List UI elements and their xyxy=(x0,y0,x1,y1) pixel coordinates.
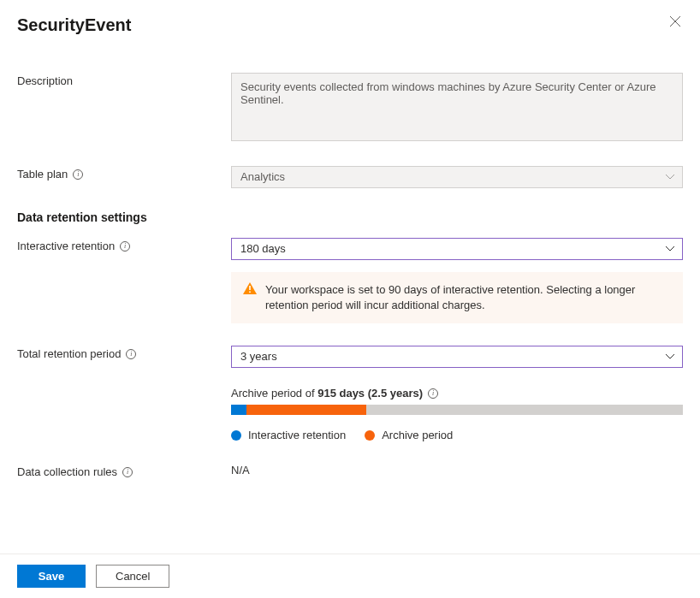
bar-archive-segment xyxy=(246,405,366,415)
archive-period-text: Archive period of 915 days (2.5 years) xyxy=(231,387,683,400)
info-icon[interactable] xyxy=(73,169,83,180)
archive-bold: 915 days (2.5 years) xyxy=(317,387,423,400)
info-icon[interactable] xyxy=(126,349,136,359)
total-retention-value: 3 years xyxy=(240,350,277,363)
row-description: Description xyxy=(17,73,683,144)
chevron-down-icon xyxy=(665,352,675,362)
table-plan-label: Table plan xyxy=(17,166,231,183)
description-label: Description xyxy=(17,73,231,90)
legend-dot-archive xyxy=(365,430,375,441)
warning-alert: Your workspace is set to 90 days of inte… xyxy=(231,272,683,323)
interactive-retention-control: 180 days Your workspace is set to 90 day… xyxy=(231,238,683,323)
legend-dot-interactive xyxy=(231,430,241,441)
description-textarea xyxy=(231,73,683,141)
section-title: Data retention settings xyxy=(17,210,683,224)
cancel-button[interactable]: Cancel xyxy=(96,565,169,588)
data-collection-value: N/A xyxy=(231,464,250,477)
total-retention-control: 3 years Archive period of 915 days (2.5 … xyxy=(231,346,683,441)
info-icon[interactable] xyxy=(428,388,438,399)
total-retention-label-text: Total retention period xyxy=(17,346,121,363)
data-collection-label: Data collection rules xyxy=(17,464,231,481)
info-icon[interactable] xyxy=(120,241,130,252)
chevron-down-icon xyxy=(665,172,675,182)
chevron-down-icon xyxy=(665,244,675,254)
table-plan-select: Analytics xyxy=(231,166,683,188)
retention-legend: Interactive retention Archive period xyxy=(231,429,683,441)
legend-archive: Archive period xyxy=(365,429,453,441)
interactive-retention-select[interactable]: 180 days xyxy=(231,238,683,260)
row-interactive-retention: Interactive retention 180 days Your work… xyxy=(17,238,683,323)
interactive-retention-value: 180 days xyxy=(240,242,286,255)
svg-rect-1 xyxy=(249,292,251,293)
archive-prefix: Archive period of xyxy=(231,387,317,400)
header: SecurityEvent xyxy=(17,15,683,35)
row-table-plan: Table plan Analytics xyxy=(17,166,683,188)
total-retention-label: Total retention period xyxy=(17,346,231,363)
save-button[interactable]: Save xyxy=(17,565,86,588)
legend-interactive: Interactive retention xyxy=(231,429,346,441)
table-plan-label-text: Table plan xyxy=(17,166,68,183)
bar-interactive-segment xyxy=(231,405,246,415)
interactive-retention-label-text: Interactive retention xyxy=(17,238,115,255)
retention-bar xyxy=(231,405,683,415)
legend-interactive-label: Interactive retention xyxy=(248,429,346,441)
footer: Save Cancel xyxy=(0,554,700,598)
row-total-retention: Total retention period 3 years Archive p… xyxy=(17,346,683,441)
svg-rect-0 xyxy=(249,286,251,290)
table-plan-control: Analytics xyxy=(231,166,683,188)
data-collection-value-area: N/A xyxy=(231,464,683,477)
info-icon[interactable] xyxy=(122,467,133,477)
warning-icon xyxy=(243,282,257,294)
interactive-retention-label: Interactive retention xyxy=(17,238,231,255)
page-title: SecurityEvent xyxy=(17,15,131,35)
description-label-text: Description xyxy=(17,73,73,90)
data-collection-label-text: Data collection rules xyxy=(17,464,117,481)
warning-text: Your workspace is set to 90 days of inte… xyxy=(265,282,671,313)
close-icon[interactable] xyxy=(669,15,683,29)
description-control xyxy=(231,73,683,144)
table-plan-value: Analytics xyxy=(240,170,285,183)
total-retention-select[interactable]: 3 years xyxy=(231,346,683,368)
row-data-collection: Data collection rules N/A xyxy=(17,464,683,481)
legend-archive-label: Archive period xyxy=(382,429,453,441)
settings-panel: SecurityEvent Description Table plan Ana… xyxy=(0,0,700,548)
